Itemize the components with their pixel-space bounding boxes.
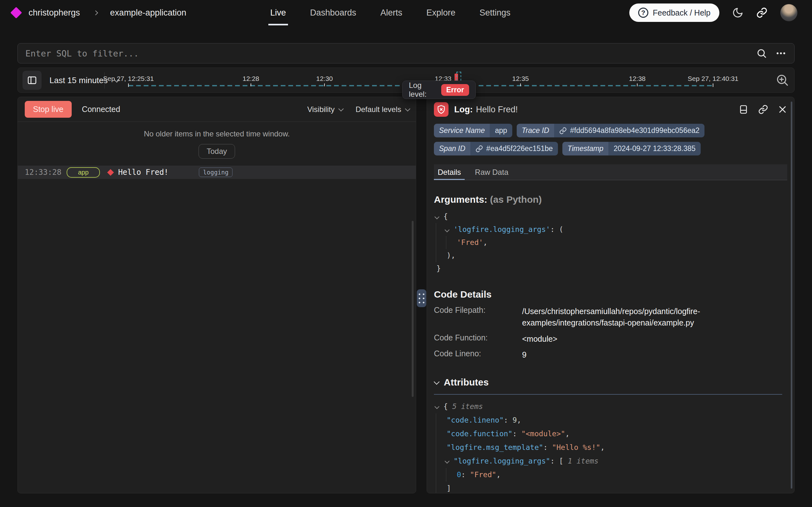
log-message: Hello Fred! — [118, 168, 169, 177]
stop-live-button[interactable]: Stop live — [25, 101, 72, 118]
log-timestamp: 12:33:28 — [25, 168, 63, 177]
top-nav: christophergs example-application Live D… — [0, 0, 812, 25]
link-icon — [476, 145, 483, 153]
scope-tag[interactable]: logging — [199, 168, 233, 177]
detail-header: Log:Hello Fred! — [434, 102, 787, 117]
visibility-dropdown[interactable]: Visibility — [307, 105, 342, 114]
nav-right-controls: ? Feedback / Help — [629, 0, 797, 25]
feedback-help-button[interactable]: ? Feedback / Help — [629, 3, 720, 22]
tab-raw-data[interactable]: Raw Data — [475, 164, 508, 180]
attributes-section-toggle[interactable]: Attributes — [434, 377, 787, 388]
chevron-down-icon — [434, 379, 439, 385]
log-row-selected[interactable]: 12:33:28 app Hello Fred! logging — [18, 166, 416, 179]
more-options-icon[interactable] — [775, 48, 787, 59]
log-level-tooltip: Log level: Error — [402, 80, 476, 99]
sidebar-toggle-button[interactable] — [22, 71, 42, 90]
chevron-down-icon — [405, 106, 411, 111]
no-older-items-message: No older items in the selected time wind… — [18, 129, 416, 138]
attributes-divider — [434, 394, 782, 395]
nav-tab-dashboards[interactable]: Dashboards — [310, 0, 357, 25]
live-panel-header: Stop live Connected Visibility Default l… — [18, 97, 416, 122]
user-avatar[interactable] — [780, 4, 797, 21]
service-tag[interactable]: app — [67, 167, 100, 178]
arguments-code-block[interactable]: {'logfire.logging_args': ('Fred',),} — [434, 210, 787, 275]
connection-status: Connected — [82, 105, 120, 114]
trace-id-badge[interactable]: Trace ID #fdd5694a8fa98eb4e301d99ebc056e… — [517, 124, 705, 137]
timestamp-badge: Timestamp 2024-09-27 12:33:28.385 — [562, 142, 701, 156]
breadcrumb-separator-icon — [93, 10, 98, 15]
today-button[interactable]: Today — [198, 144, 235, 159]
split-panel-icon[interactable] — [738, 104, 749, 115]
nav-tab-settings[interactable]: Settings — [480, 0, 511, 25]
code-function-row: Code Function: <module> — [434, 333, 787, 345]
code-details-heading: Code Details — [434, 289, 787, 300]
default-levels-dropdown[interactable]: Default levels — [356, 105, 409, 114]
breadcrumb-org[interactable]: christophergs — [28, 8, 80, 18]
help-question-icon: ? — [638, 8, 648, 18]
zoom-in-icon[interactable] — [775, 73, 789, 87]
link-icon — [559, 127, 567, 134]
code-lineno-row: Code Lineno: 9 — [434, 349, 787, 360]
search-icon[interactable] — [756, 48, 767, 59]
arguments-heading: Arguments: (as Python) — [434, 194, 787, 205]
detail-panel-scrollbar[interactable] — [791, 102, 792, 489]
live-view-panel: Stop live Connected Visibility Default l… — [17, 97, 416, 493]
nav-tab-explore[interactable]: Explore — [426, 0, 455, 25]
main-nav: Live Dashboards Alerts Explore Settings — [270, 0, 510, 25]
service-name-badge: Service Name app — [434, 124, 512, 137]
breadcrumb: christophergs example-application — [0, 8, 186, 18]
panel-resize-handle[interactable] — [417, 289, 426, 307]
error-level-badge: Error — [441, 84, 469, 96]
attributes-code-block[interactable]: { 5 items"code.lineno": 9,"code.function… — [434, 400, 787, 493]
error-level-diamond-icon — [107, 169, 114, 175]
theme-moon-icon[interactable] — [732, 7, 744, 18]
tab-details[interactable]: Details — [438, 164, 461, 180]
share-link-icon[interactable] — [756, 7, 767, 18]
span-id-badge[interactable]: Span ID #ea4d5f226ec151be — [434, 142, 558, 156]
copy-link-icon[interactable] — [758, 104, 768, 115]
code-filepath-row: Code Filepath: /Users/christophersamiull… — [434, 305, 787, 329]
sql-filter-bar — [17, 43, 795, 63]
sql-filter-input[interactable] — [25, 49, 756, 58]
breadcrumb-project[interactable]: example-application — [110, 8, 186, 18]
log-detail-panel: Log:Hello Fred! Service Name — [427, 97, 795, 493]
detail-title: Log:Hello Fred! — [454, 105, 518, 115]
logfire-app: christophergs example-application Live D… — [0, 0, 812, 507]
live-panel-scrollbar[interactable] — [412, 221, 414, 397]
logfire-logo-icon[interactable] — [10, 7, 22, 19]
nav-tab-alerts[interactable]: Alerts — [380, 0, 402, 25]
chevron-down-icon — [338, 106, 344, 111]
close-icon[interactable] — [778, 105, 787, 114]
detail-tabs: Details Raw Data — [434, 164, 787, 180]
nav-tab-live[interactable]: Live — [270, 0, 286, 25]
error-shield-icon — [434, 102, 448, 117]
log-metadata-badges: Service Name app Trace ID #fdd5694a8fa98… — [434, 124, 720, 156]
code-details-rows: Code Filepath: /Users/christophersamiull… — [434, 305, 787, 360]
